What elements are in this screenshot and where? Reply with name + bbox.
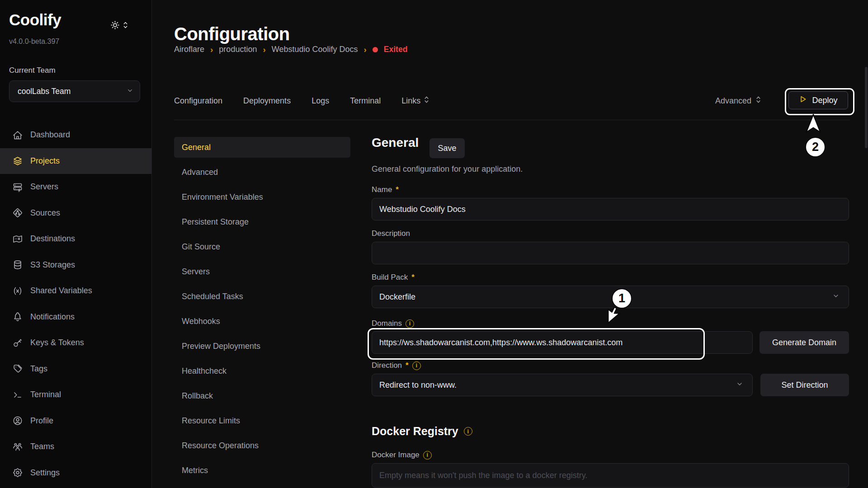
info-icon[interactable]: i (412, 361, 421, 370)
docker-image-input[interactable] (372, 463, 849, 488)
breadcrumb-item-webstudio-coolify-docs[interactable]: Webstudio Coolify Docs (272, 45, 358, 54)
subnav-item-git-source[interactable]: Git Source (174, 236, 350, 257)
subnav-item-resource-limits[interactable]: Resource Limits (174, 410, 350, 431)
chevron-up-down-icon (123, 21, 128, 31)
breadcrumb-separator-icon: › (263, 45, 265, 54)
page-title: Configuration (174, 24, 290, 44)
sidebar: Coolify v4.0.0-beta.397 Current Team coo… (0, 0, 152, 488)
sidebar-nav: DashboardProjectsServersSourcesDestinati… (0, 122, 151, 486)
info-icon[interactable]: i (464, 427, 472, 436)
chevron-up-down-icon (424, 95, 429, 106)
subnav-item-preview-deployments[interactable]: Preview Deployments (174, 336, 350, 357)
docker-image-label: Docker Imagei (372, 450, 432, 460)
sidebar-item-label: S3 Storages (30, 260, 75, 270)
sidebar-item-keys-tokens[interactable]: Keys & Tokens (0, 330, 151, 356)
tab-terminal[interactable]: Terminal (350, 96, 381, 106)
build-pack-select[interactable]: Dockerfile (372, 286, 849, 308)
key-icon (12, 338, 23, 348)
direction-select[interactable]: Redirect to non-www. (372, 374, 753, 396)
sidebar-item-profile[interactable]: Profile (0, 408, 151, 434)
description-label: Description (372, 229, 410, 238)
sidebar-item-label: Shared Variables (30, 286, 92, 296)
breadcrumb-item-production[interactable]: production (219, 45, 257, 54)
subnav-item-webhooks[interactable]: Webhooks (174, 311, 350, 332)
sidebar-item-label: Projects (30, 156, 60, 166)
app-logo: Coolify (9, 11, 61, 29)
status-badge: Exited (384, 45, 408, 54)
sidebar-item-label: Profile (30, 416, 53, 426)
theme-toggle[interactable] (110, 20, 128, 32)
sidebar-item-teams[interactable]: Teams (0, 434, 151, 460)
name-input[interactable] (372, 198, 849, 221)
chevron-up-down-icon (755, 95, 761, 106)
app-version: v4.0.0-beta.397 (9, 38, 59, 46)
advanced-dropdown[interactable]: Advanced (715, 95, 761, 106)
subnav-item-advanced[interactable]: Advanced (174, 162, 350, 183)
scrollbar-thumb[interactable] (865, 67, 868, 148)
sidebar-item-projects[interactable]: Projects (0, 148, 151, 174)
save-button[interactable]: Save (429, 138, 465, 158)
bell-icon (12, 311, 23, 322)
section-description: General configuration for your applicati… (372, 164, 523, 174)
sidebar-item-dashboard[interactable]: Dashboard (0, 122, 151, 148)
chevron-down-icon (832, 292, 840, 302)
header-divider (174, 120, 850, 120)
sidebar-item-shared-variables[interactable]: Shared Variables (0, 278, 151, 304)
info-icon[interactable]: i (406, 319, 414, 328)
play-icon (799, 95, 807, 106)
sun-icon (110, 20, 120, 32)
users-icon (12, 441, 23, 452)
deploy-button[interactable]: Deploy (788, 91, 848, 109)
subnav-item-general[interactable]: General (174, 137, 350, 158)
build-pack-label: Build Pack* (372, 273, 415, 282)
server-icon (12, 182, 23, 192)
domains-label: Domainsi (372, 319, 414, 328)
domains-input[interactable] (372, 331, 753, 354)
breadcrumb-item-airoflare[interactable]: Airoflare (174, 45, 204, 54)
advanced-label: Advanced (715, 96, 751, 106)
tag-icon (12, 363, 23, 374)
sidebar-item-destinations[interactable]: Destinations (0, 226, 151, 252)
sidebar-item-tags[interactable]: Tags (0, 356, 151, 382)
subnav-item-rollback[interactable]: Rollback (174, 385, 350, 406)
subnav-item-environment-variables[interactable]: Environment Variables (174, 187, 350, 207)
git-icon (12, 207, 23, 218)
sidebar-item-notifications[interactable]: Notifications (0, 304, 151, 330)
subnav-item-resource-operations[interactable]: Resource Operations (174, 435, 350, 456)
sidebar-item-label: Sources (30, 208, 60, 218)
subnav-item-persistent-storage[interactable]: Persistent Storage (174, 211, 350, 232)
sidebar-item-label: Dashboard (30, 130, 70, 140)
build-pack-value: Dockerfile (379, 292, 415, 302)
sidebar-item-terminal[interactable]: Terminal (0, 382, 151, 408)
chevron-down-icon (736, 380, 743, 390)
tab-links[interactable]: Links (401, 95, 429, 106)
sidebar-item-settings[interactable]: Settings (0, 460, 151, 486)
variable-icon (12, 286, 23, 296)
current-team-label: Current Team (9, 66, 56, 75)
subnav-item-scheduled-tasks[interactable]: Scheduled Tasks (174, 286, 350, 307)
team-select[interactable]: coolLabs Team (9, 80, 140, 102)
sidebar-item-sources[interactable]: Sources (0, 200, 151, 226)
subnav-item-servers[interactable]: Servers (174, 261, 350, 282)
tab-bar: ConfigurationDeploymentsLogsTerminalLink… (174, 95, 429, 106)
info-icon[interactable]: i (423, 451, 432, 460)
team-select-value: coolLabs Team (18, 87, 71, 96)
settings-subnav: GeneralAdvancedEnvironment VariablesPers… (174, 137, 350, 485)
breadcrumb: Airoflare›production›Webstudio Coolify D… (174, 45, 407, 54)
tab-logs[interactable]: Logs (311, 96, 329, 106)
description-input[interactable] (372, 242, 849, 264)
subnav-item-healthcheck[interactable]: Healthcheck (174, 361, 350, 381)
tab-label: Logs (311, 96, 329, 106)
gear-icon (12, 467, 23, 478)
sidebar-item-label: Teams (30, 442, 54, 451)
tab-configuration[interactable]: Configuration (174, 96, 222, 106)
sidebar-item-label: Destinations (30, 234, 75, 244)
deploy-label: Deploy (812, 96, 837, 105)
set-direction-button[interactable]: Set Direction (760, 374, 849, 396)
tab-deployments[interactable]: Deployments (243, 96, 291, 106)
generate-domain-button[interactable]: Generate Domain (760, 331, 849, 354)
sidebar-item-servers[interactable]: Servers (0, 174, 151, 200)
sidebar-item-s3-storages[interactable]: S3 Storages (0, 252, 151, 278)
subnav-item-metrics[interactable]: Metrics (174, 460, 350, 481)
tab-label: Configuration (174, 96, 222, 106)
